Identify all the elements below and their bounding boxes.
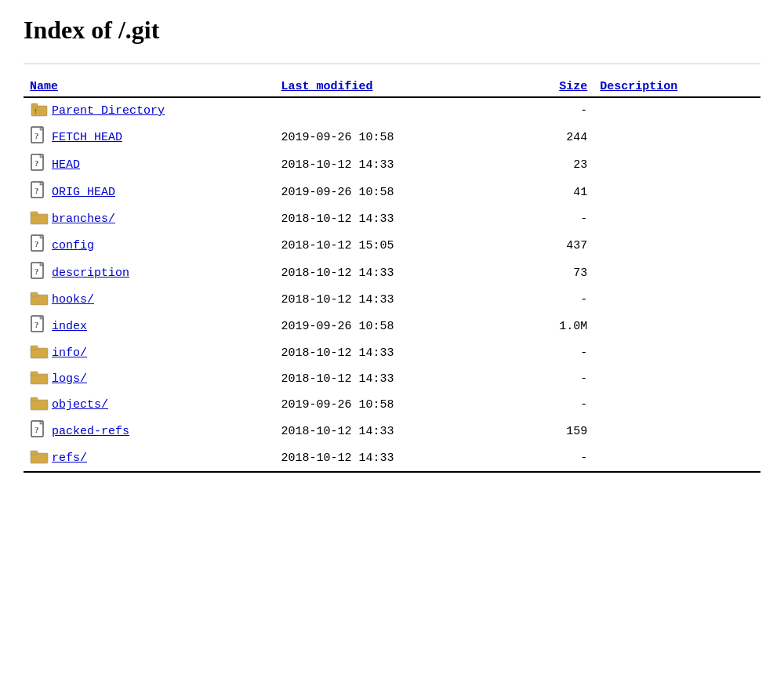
file-link[interactable]: packed-refs [52, 425, 129, 438]
table-row: ↑ Parent Directory- [24, 97, 760, 124]
file-name-cell[interactable]: refs/ [49, 445, 274, 472]
file-date: 2018-10-12 14:33 [274, 259, 506, 287]
file-icon: ? [30, 154, 47, 172]
folder-icon [30, 289, 49, 307]
folder-icon [30, 209, 49, 226]
file-size: - [506, 206, 593, 232]
file-link[interactable]: info/ [52, 346, 87, 360]
file-name-cell[interactable]: hooks/ [49, 287, 274, 313]
file-link[interactable]: HEAD [52, 158, 80, 172]
file-date: 2019-09-26 10:58 [274, 179, 506, 206]
file-name-cell[interactable]: logs/ [49, 366, 274, 392]
file-size: 159 [506, 418, 593, 445]
file-size: - [506, 445, 593, 472]
folder-icon [30, 368, 49, 386]
file-size: 244 [506, 124, 593, 151]
file-size: - [506, 392, 593, 418]
col-size-header[interactable]: Size [559, 80, 587, 93]
file-size: 1.0M [506, 313, 593, 340]
file-date: 2018-10-12 15:05 [274, 232, 506, 259]
file-icon: ? [30, 420, 47, 439]
table-row: ? index2019-09-26 10:581.0M [24, 313, 760, 340]
file-icon: ? [30, 126, 47, 145]
file-size: - [506, 340, 593, 366]
file-date: 2018-10-12 14:33 [274, 340, 506, 366]
file-description [593, 232, 760, 259]
file-name-cell[interactable]: info/ [49, 340, 274, 366]
svg-text:?: ? [34, 320, 39, 329]
file-name-cell[interactable]: Parent Directory [49, 97, 274, 124]
file-link[interactable]: index [52, 320, 87, 333]
svg-rect-30 [31, 397, 38, 401]
svg-text:?: ? [34, 267, 39, 276]
table-row: branches/2018-10-12 14:33- [24, 206, 760, 232]
table-row: info/2018-10-12 14:33- [24, 340, 760, 366]
file-size: - [506, 287, 593, 313]
svg-text:?: ? [34, 425, 39, 434]
file-date: 2018-10-12 14:33 [274, 206, 506, 232]
file-size: - [506, 97, 593, 124]
file-icon: ? [30, 234, 47, 253]
col-name-header[interactable]: Name [30, 80, 58, 93]
table-row: ? description2018-10-12 14:3373 [24, 259, 760, 287]
file-description [593, 418, 760, 445]
table-row: ? FETCH_HEAD2019-09-26 10:58244 [24, 124, 760, 151]
file-link[interactable]: logs/ [52, 372, 87, 386]
file-size: 41 [506, 179, 593, 206]
file-description [593, 445, 760, 472]
svg-text:↑: ↑ [34, 107, 38, 115]
file-date [274, 97, 506, 124]
file-name-cell[interactable]: ORIG_HEAD [49, 179, 274, 206]
svg-rect-21 [31, 292, 38, 296]
file-name-cell[interactable]: description [49, 259, 274, 287]
folder-icon [30, 448, 49, 465]
table-row: ? packed-refs2018-10-12 14:33159 [24, 418, 760, 445]
svg-text:?: ? [34, 158, 39, 168]
file-link[interactable]: refs/ [52, 452, 87, 465]
file-name-cell[interactable]: packed-refs [49, 418, 274, 445]
svg-text:?: ? [34, 186, 39, 195]
file-description [593, 259, 760, 287]
file-size: 23 [506, 151, 593, 179]
file-link[interactable]: hooks/ [52, 293, 94, 307]
page-title: Index of /.git [24, 16, 760, 45]
file-description [593, 151, 760, 179]
col-modified-header[interactable]: Last modified [281, 80, 372, 93]
file-date: 2018-10-12 14:33 [274, 287, 506, 313]
file-link[interactable]: ORIG_HEAD [52, 186, 115, 199]
file-link[interactable]: objects/ [52, 398, 108, 412]
file-link[interactable]: Parent Directory [52, 104, 165, 118]
file-name-cell[interactable]: config [49, 232, 274, 259]
table-row: refs/2018-10-12 14:33- [24, 445, 760, 472]
file-name-cell[interactable]: FETCH_HEAD [49, 124, 274, 151]
file-name-cell[interactable]: index [49, 313, 274, 340]
file-name-cell[interactable]: HEAD [49, 151, 274, 179]
back-icon: ↑ [30, 100, 49, 118]
file-description [593, 366, 760, 392]
file-icon: ? [30, 181, 47, 200]
file-size: - [506, 366, 593, 392]
folder-icon [30, 343, 49, 360]
file-date: 2019-09-26 10:58 [274, 124, 506, 151]
file-link[interactable]: description [52, 267, 129, 280]
col-desc-header[interactable]: Description [600, 80, 677, 93]
file-link[interactable]: branches/ [52, 212, 115, 226]
file-description [593, 392, 760, 418]
svg-text:?: ? [34, 131, 39, 140]
table-row: ? ORIG_HEAD2019-09-26 10:5841 [24, 179, 760, 206]
svg-rect-26 [31, 346, 38, 350]
table-row: ? config2018-10-12 15:05437 [24, 232, 760, 259]
file-description [593, 287, 760, 313]
file-date: 2019-09-26 10:58 [274, 392, 506, 418]
file-size: 73 [506, 259, 593, 287]
file-description [593, 179, 760, 206]
svg-rect-13 [31, 212, 38, 216]
file-name-cell[interactable]: branches/ [49, 206, 274, 232]
svg-text:?: ? [34, 239, 39, 248]
file-link[interactable]: config [52, 239, 94, 252]
file-size: 437 [506, 232, 593, 259]
file-date: 2018-10-12 14:33 [274, 151, 506, 179]
file-link[interactable]: FETCH_HEAD [52, 131, 122, 144]
file-date: 2018-10-12 14:33 [274, 445, 506, 472]
file-name-cell[interactable]: objects/ [49, 392, 274, 418]
